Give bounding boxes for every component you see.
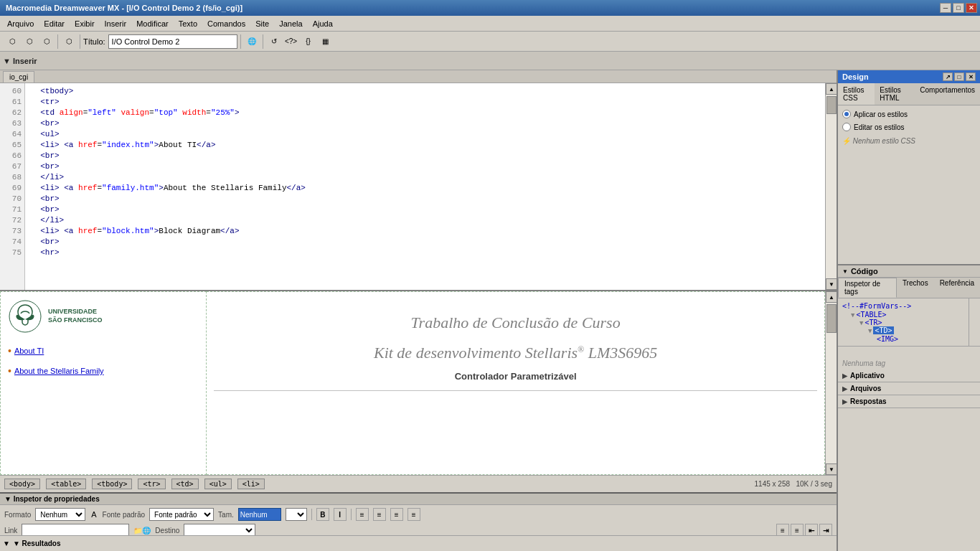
scroll-thumb[interactable] <box>826 96 837 114</box>
scroll-down-btn[interactable]: ▼ <box>826 278 837 290</box>
menu-arquivo[interactable]: Arquivo <box>3 18 38 29</box>
subtitle: Kit de desenvolvimento Stellaris® LM3S69… <box>214 344 817 362</box>
ci-row-tr: ▼ <TR> <box>842 319 964 326</box>
menu-site[interactable]: Site <box>251 18 273 29</box>
toolbar-btn-2[interactable]: ⬡ <box>22 34 37 50</box>
file-tab[interactable]: io_cgi <box>3 71 34 83</box>
tag-td[interactable]: <td> <box>171 479 199 489</box>
toolbar-btn-globe[interactable]: 🌐 <box>244 34 260 50</box>
line-numbers: 60 61 62 63 64 65 66 67 68 69 70 <box>0 83 25 290</box>
university-name: UNIVERSIDADE SÃO FRANCISCO <box>48 308 103 324</box>
minimize-button[interactable]: ─ <box>940 3 951 13</box>
italic-button[interactable]: I <box>334 508 347 521</box>
align-left-button[interactable]: ≡ <box>356 508 369 521</box>
dp-close-btn[interactable]: ✕ <box>966 72 976 81</box>
nav-link-about-ti[interactable]: About TI <box>14 347 44 355</box>
link-icon: 📁🌐 <box>133 527 151 534</box>
results-label: ▼ Resultados <box>13 540 61 547</box>
toolbar-btn-3[interactable]: ⬡ <box>39 34 55 50</box>
edit-styles-radio[interactable] <box>842 123 851 131</box>
ci-hscrollbar[interactable] <box>838 346 980 357</box>
code-main: 60 61 62 63 64 65 66 67 68 69 70 <box>0 83 825 290</box>
toolbar-btn-table[interactable]: ▦ <box>318 34 334 50</box>
align-center-button[interactable]: ≡ <box>373 508 386 521</box>
ci-selected-td[interactable]: <TD> <box>873 326 893 334</box>
toolbar-btn-4[interactable]: ⬡ <box>61 34 77 50</box>
tab-comportamentos[interactable]: Comportamentos <box>915 83 980 105</box>
ci-tab-referencia[interactable]: Referência <box>934 278 980 298</box>
design-table: UNIVERSIDADE SÃO FRANCISCO • About TI <box>0 291 825 475</box>
menu-inserir[interactable]: Inserir <box>100 18 131 29</box>
code-line: <ul> <box>31 129 819 140</box>
tab-estilos-css[interactable]: Estilos CSS <box>838 83 875 105</box>
fr-arquivos-label: Arquivos <box>850 385 881 392</box>
tag-tbody[interactable]: <tbody> <box>92 479 132 489</box>
size-unit-select[interactable] <box>286 508 307 521</box>
toolbar-btn-code[interactable]: <?> <box>283 34 299 50</box>
menu-comandos[interactable]: Comandos <box>203 18 250 29</box>
menu-texto[interactable]: Texto <box>174 18 202 29</box>
tab-estilos-html[interactable]: Estilos HTML <box>875 83 915 105</box>
scroll-up-btn[interactable]: ▲ <box>826 83 837 95</box>
font-select[interactable]: Fonte padrão <box>149 508 214 521</box>
menu-ajuda[interactable]: Ajuda <box>308 18 337 29</box>
properties-header: ▼ Inspetor de propriedades <box>0 494 837 505</box>
tag-tr[interactable]: <tr> <box>138 479 165 489</box>
design-inner: UNIVERSIDADE SÃO FRANCISCO • About TI <box>0 291 825 475</box>
tag-table[interactable]: <table> <box>46 479 86 489</box>
menu-editar[interactable]: Editar <box>39 18 69 29</box>
page-title-input[interactable] <box>108 34 237 49</box>
subtitle-end: LM3S6965 <box>584 344 657 362</box>
ci-tab-trechos[interactable]: Trechos <box>897 278 934 298</box>
toolbar-btn-braces[interactable]: {} <box>301 34 316 50</box>
menu-modificar[interactable]: Modificar <box>132 18 173 29</box>
bold-button[interactable]: B <box>316 508 329 521</box>
close-button[interactable]: ✕ <box>966 3 977 13</box>
main-toolbar: ⬡ ⬡ ⬡ ⬡ Título: 🌐 ↺ <?> {} ▦ <box>0 32 980 52</box>
size-label: Tam. <box>218 511 234 519</box>
dv-scroll-thumb[interactable] <box>826 304 837 333</box>
fr-header-aplicativo[interactable]: ▶ Aplicativo <box>842 372 976 380</box>
properties-panel: ▼ Inspetor de propriedades Formato Nenhu… <box>0 492 837 535</box>
css-option-row-1: Aplicar os estilos <box>842 110 976 118</box>
code-inspector-header: ▼ Código <box>838 265 980 278</box>
code-line: <br> <box>31 118 819 129</box>
nav-link-stellaris-family[interactable]: About the Stellaris Family <box>14 367 104 375</box>
fr-sections: ▶ Aplicativo ▶ Arquivos ▶ Resposta <box>838 369 980 408</box>
menu-janela[interactable]: Janela <box>275 18 306 29</box>
align-justify-button[interactable]: ≡ <box>407 508 420 521</box>
ci-tab-inspetor[interactable]: Inspetor de tags <box>838 278 897 298</box>
tag-ul[interactable]: <ul> <box>204 479 232 489</box>
usf-logo-svg <box>8 299 42 334</box>
scroll-track <box>826 95 837 278</box>
maximize-button[interactable]: □ <box>953 3 964 13</box>
fr-header-respostas[interactable]: ▶ Respostas <box>842 397 976 405</box>
dv-scroll-up[interactable]: ▲ <box>826 291 837 303</box>
code-editor[interactable]: <tbody> <tr> <td align="left" valign="to… <box>25 83 825 290</box>
format-select[interactable]: Nenhum <box>35 508 85 521</box>
code-view: 60 61 62 63 64 65 66 67 68 69 70 <box>0 83 837 291</box>
code-line: <li> <a href="family.htm">About the Stel… <box>31 183 819 194</box>
size-input[interactable] <box>238 508 281 521</box>
scroll-right-btn[interactable]: ► <box>825 291 837 292</box>
toolbar-btn-refresh[interactable]: ↺ <box>266 34 282 50</box>
tag-body[interactable]: <body> <box>4 479 40 489</box>
dp-expand-btn[interactable]: ↗ <box>943 72 953 81</box>
code-line: <tbody> <box>31 86 819 97</box>
toolbar-btn-1[interactable]: ⬡ <box>4 34 20 50</box>
dv-scroll-down[interactable]: ▼ <box>826 463 837 475</box>
align-right-button[interactable]: ≡ <box>390 508 403 521</box>
fr-header-arquivos[interactable]: ▶ Arquivos <box>842 385 976 392</box>
nenhuma-tag-text: Nenhuma tag <box>842 359 885 367</box>
menu-exibir[interactable]: Exibir <box>70 18 99 29</box>
ci-vscrollbar[interactable] <box>969 298 980 346</box>
dp-max-btn[interactable]: □ <box>954 72 964 81</box>
nenhuma-tag-section: Nenhuma tag <box>838 357 980 369</box>
font-label: Fonte padrão <box>103 511 146 519</box>
nav-bullet-2: • <box>8 365 11 377</box>
design-vscrollbar[interactable]: ▲ ▼ <box>825 291 837 475</box>
code-vscrollbar[interactable]: ▲ ▼ <box>825 83 837 290</box>
tag-li[interactable]: <li> <box>237 479 265 489</box>
apply-styles-radio[interactable] <box>842 110 851 118</box>
status-dimensions: 1145 x 258 10K / 3 seg <box>755 480 832 488</box>
